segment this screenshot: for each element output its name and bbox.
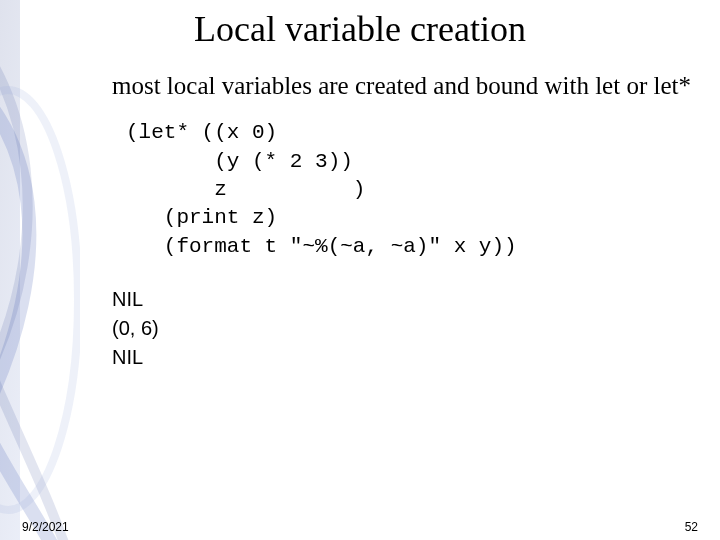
footer-page-number: 52 — [685, 520, 698, 534]
footer-date: 9/2/2021 — [22, 520, 69, 534]
output-block: NIL (0, 6) NIL — [112, 285, 700, 372]
body-text: most local variables are created and bou… — [112, 70, 700, 101]
code-block: (let* ((x 0) (y (* 2 3)) z ) (print z) (… — [126, 119, 700, 261]
slide: Local variable creation most local varia… — [0, 0, 720, 540]
footer: 9/2/2021 52 — [0, 520, 720, 534]
slide-title: Local variable creation — [20, 8, 700, 50]
